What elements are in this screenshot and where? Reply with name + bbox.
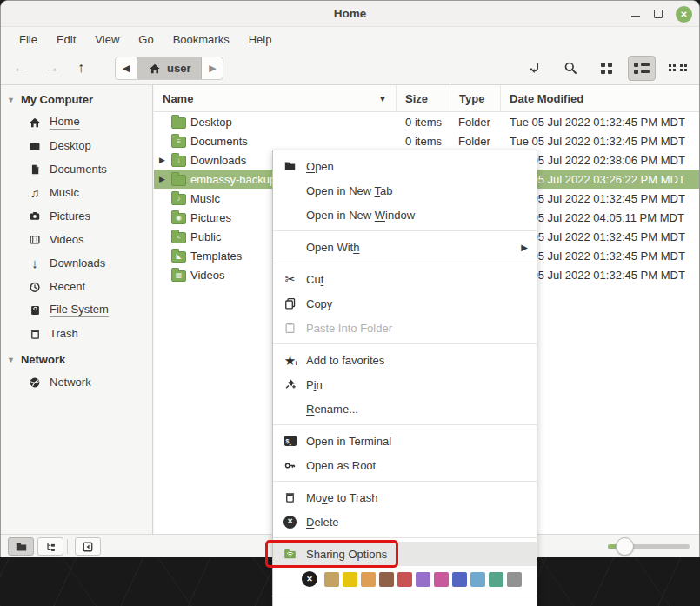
sidebar: ▼My ComputerHomeDesktopDocuments♫MusicPi… bbox=[1, 85, 153, 534]
show-treeview-button[interactable] bbox=[37, 537, 63, 556]
icon-view-button[interactable] bbox=[592, 56, 620, 81]
menubar-item-go[interactable]: Go bbox=[129, 30, 163, 49]
up-button[interactable]: ↑ bbox=[77, 60, 84, 76]
show-places-button[interactable] bbox=[8, 537, 34, 556]
sidebar-item-downloads[interactable]: ↓Downloads bbox=[1, 251, 152, 275]
menubar-item-file[interactable]: File bbox=[10, 30, 47, 49]
folder-icon: ♪ bbox=[171, 194, 186, 205]
zoom-slider-knob[interactable] bbox=[616, 537, 634, 556]
column-header-label: Name bbox=[163, 92, 193, 105]
color-swatch-3[interactable] bbox=[361, 572, 376, 587]
breadcrumb-segment-user[interactable]: user bbox=[137, 57, 202, 79]
menu-item-copy[interactable]: Copy bbox=[273, 291, 537, 316]
toggle-location-entry-button[interactable] bbox=[521, 56, 549, 81]
menubar-item-help[interactable]: Help bbox=[239, 30, 282, 49]
menu-item-rename[interactable]: Rename... bbox=[273, 396, 537, 421]
sidebar-section-my-computer: ▼My Computer bbox=[1, 85, 152, 110]
sidebar-item-documents[interactable]: Documents bbox=[1, 157, 152, 181]
menu-item-pin[interactable]: Pin bbox=[273, 372, 537, 396]
back-button[interactable]: ← bbox=[13, 60, 27, 76]
column-header-label: Size bbox=[405, 92, 428, 105]
sidebar-item-desktop[interactable]: Desktop bbox=[1, 134, 152, 157]
sidebar-item-file-system[interactable]: File System bbox=[1, 298, 152, 322]
column-header-date-modified[interactable]: Date Modified bbox=[501, 85, 699, 111]
download-icon: ↓ bbox=[28, 256, 42, 270]
maximize-button[interactable] bbox=[654, 10, 663, 18]
pin-slot bbox=[283, 377, 297, 391]
menubar-item-view[interactable]: View bbox=[85, 30, 129, 49]
music-icon: ♫ bbox=[28, 186, 42, 200]
collapse-arrow-icon[interactable]: ▼ bbox=[7, 96, 15, 104]
menu-item-cut[interactable]: ✂Cut bbox=[273, 267, 537, 291]
search-button[interactable] bbox=[557, 56, 584, 81]
folder-emblem: < bbox=[172, 233, 185, 243]
sidebar-item-home[interactable]: Home bbox=[1, 110, 152, 134]
sidebar-item-videos[interactable]: Videos bbox=[1, 228, 152, 251]
file-name-cell: Desktop bbox=[154, 112, 397, 131]
close-button[interactable]: ✕ bbox=[676, 6, 692, 23]
sidebar-item-network[interactable]: Network bbox=[1, 370, 152, 394]
remove-color-button[interactable]: ✕ bbox=[302, 571, 317, 587]
color-swatch-9[interactable] bbox=[470, 572, 485, 587]
menu-item-sharing-options[interactable]: Sharing Options bbox=[273, 542, 537, 566]
menu-item-open[interactable]: Open bbox=[273, 154, 537, 178]
file-row-desktop[interactable]: Desktop0 itemsFolderTue 05 Jul 2022 01:3… bbox=[154, 112, 699, 131]
menu-item-open-in-terminal[interactable]: $‸Open in Terminal bbox=[273, 429, 537, 453]
menu-item-open-as-root[interactable]: Open as Root bbox=[273, 453, 537, 477]
menubar-item-bookmarks[interactable]: Bookmarks bbox=[163, 30, 239, 49]
file-modified-cell: Tue 05 Jul 2022 01:32:45 PM MDT bbox=[501, 116, 699, 129]
toolbar: ← → ↑ ◀ user ▶ bbox=[1, 51, 699, 85]
file-row-documents[interactable]: ≡Documents0 itemsFolderTue 05 Jul 2022 0… bbox=[154, 131, 699, 150]
color-swatch-5[interactable] bbox=[397, 572, 412, 587]
sidebar-item-music[interactable]: ♫Music bbox=[1, 181, 152, 204]
breadcrumb-prev-button[interactable]: ◀ bbox=[116, 57, 137, 79]
minimize-button[interactable] bbox=[630, 9, 641, 19]
expander-icon[interactable]: ▶ bbox=[157, 175, 167, 183]
file-name: Music bbox=[190, 192, 220, 205]
paste-slot bbox=[283, 321, 297, 335]
column-header-type[interactable]: Type bbox=[450, 85, 501, 111]
column-header-name[interactable]: Name▼ bbox=[154, 85, 397, 111]
menu-item-paste-into-folder[interactable]: Paste Into Folder bbox=[273, 316, 537, 340]
file-modified-cell: Tue 05 Jul 2022 01:32:45 PM MDT bbox=[501, 135, 699, 148]
folder-share-icon bbox=[283, 547, 297, 561]
expander-icon[interactable]: ▶ bbox=[157, 156, 167, 164]
sidebar-section-network: ▼Network bbox=[1, 345, 152, 370]
star-slot: ★+ bbox=[283, 353, 297, 367]
hide-sidebar-button[interactable] bbox=[75, 537, 101, 556]
menu-item-open-in-new-tab[interactable]: Open in New Tab bbox=[273, 178, 537, 203]
sidebar-item-trash[interactable]: Trash bbox=[1, 322, 152, 345]
forward-button[interactable]: → bbox=[45, 60, 59, 76]
menubar-item-edit[interactable]: Edit bbox=[47, 30, 85, 49]
menu-item-compress[interactable]: Compress... bbox=[273, 600, 537, 606]
menu-item-open-with[interactable]: Open With▶ bbox=[273, 235, 537, 259]
color-swatch-8[interactable] bbox=[452, 572, 467, 587]
column-header-size[interactable]: Size bbox=[397, 85, 450, 111]
sidebar-item-pictures[interactable]: Pictures bbox=[1, 204, 152, 228]
color-swatch-10[interactable] bbox=[489, 572, 503, 587]
titlebar[interactable]: Home ✕ bbox=[1, 1, 699, 27]
menu-item-add-to-favorites[interactable]: ★+Add to favorites bbox=[273, 348, 537, 372]
menu-item-move-to-trash[interactable]: Move to Trash bbox=[273, 485, 537, 509]
folder-icon: ◉ bbox=[171, 213, 186, 224]
color-swatch-11[interactable] bbox=[507, 572, 522, 587]
color-swatch-6[interactable] bbox=[416, 572, 430, 587]
menu-item-open-in-new-window[interactable]: Open in New Window bbox=[273, 203, 537, 227]
key-icon bbox=[283, 458, 297, 472]
collapse-arrow-icon[interactable]: ▼ bbox=[7, 356, 15, 364]
compact-view-button[interactable] bbox=[663, 56, 691, 81]
folder-icon bbox=[171, 117, 186, 129]
breadcrumb-next-button[interactable]: ▶ bbox=[202, 57, 223, 79]
color-swatch-1[interactable] bbox=[324, 572, 339, 587]
menu-item-label: Pin bbox=[306, 378, 323, 391]
menu-item-delete[interactable]: ✕Delete bbox=[273, 509, 537, 534]
zoom-slider[interactable] bbox=[608, 544, 690, 549]
sidebar-item-label: Desktop bbox=[50, 139, 91, 152]
color-swatch-2[interactable] bbox=[343, 572, 357, 587]
color-swatch-7[interactable] bbox=[434, 572, 449, 587]
list-view-button[interactable] bbox=[628, 56, 656, 81]
sidebar-item-label: Trash bbox=[50, 327, 78, 340]
menu-item-label: Open as Root bbox=[306, 459, 376, 472]
sidebar-item-recent[interactable]: Recent bbox=[1, 275, 152, 298]
color-swatch-4[interactable] bbox=[379, 572, 394, 587]
